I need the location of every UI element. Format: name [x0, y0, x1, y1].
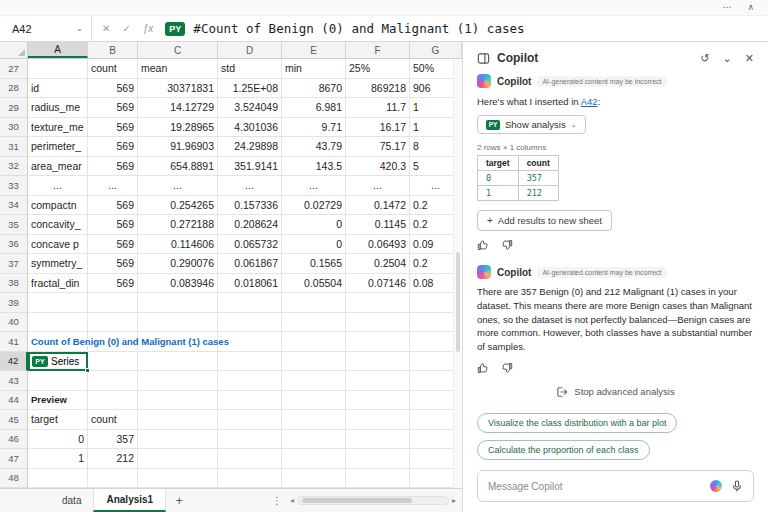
- row-header-28[interactable]: 28: [0, 79, 28, 99]
- horizontal-scrollbar[interactable]: ◂ ▸: [290, 489, 462, 512]
- cell[interactable]: 1.25E+08: [218, 79, 282, 99]
- cell[interactable]: ...: [282, 176, 346, 196]
- cell[interactable]: 569: [88, 137, 138, 157]
- stop-analysis-button[interactable]: Stop advanced analysis: [556, 386, 674, 398]
- row-header-41[interactable]: 41: [0, 332, 28, 352]
- name-box[interactable]: A42 ⌄: [0, 16, 92, 41]
- cell[interactable]: 654.8891: [138, 157, 218, 177]
- cell[interactable]: [138, 371, 218, 391]
- chevron-down-icon[interactable]: ⌄: [723, 53, 732, 64]
- cell[interactable]: min: [282, 59, 346, 79]
- cell[interactable]: 24.29898: [218, 137, 282, 157]
- column-header-g[interactable]: G: [410, 42, 462, 58]
- cell[interactable]: 569: [88, 235, 138, 255]
- cell[interactable]: mean: [138, 59, 218, 79]
- fill-handle[interactable]: [85, 368, 90, 373]
- row-header-37[interactable]: 37: [0, 254, 28, 274]
- cell[interactable]: [28, 371, 88, 391]
- cell[interactable]: [282, 313, 346, 333]
- horizontal-scrollbar-thumb[interactable]: [302, 498, 412, 503]
- row-header-45[interactable]: 45: [0, 410, 28, 430]
- thumbs-up-icon[interactable]: [477, 239, 489, 251]
- cell[interactable]: 1: [28, 449, 88, 469]
- prompt-guide-icon[interactable]: [710, 480, 722, 492]
- cell[interactable]: [138, 313, 218, 333]
- cell[interactable]: 869218: [346, 79, 410, 99]
- cell[interactable]: [218, 293, 282, 313]
- cell[interactable]: 0.02729: [282, 196, 346, 216]
- cell[interactable]: [218, 391, 282, 411]
- cell[interactable]: ...: [346, 176, 410, 196]
- cell[interactable]: [218, 332, 282, 352]
- row-header-46[interactable]: 46: [0, 430, 28, 450]
- sheet-options-icon[interactable]: ⋮: [264, 489, 290, 512]
- suggestion-chip[interactable]: Calculate the proportion of each class: [477, 440, 650, 460]
- cell[interactable]: [28, 293, 88, 313]
- history-icon[interactable]: ↺: [700, 53, 709, 64]
- cell[interactable]: 0.06493: [346, 235, 410, 255]
- cell[interactable]: std: [218, 59, 282, 79]
- cell[interactable]: 0.05504: [282, 274, 346, 294]
- cell[interactable]: 6.981: [282, 98, 346, 118]
- row-header-27[interactable]: 27: [0, 59, 28, 79]
- cell[interactable]: [88, 332, 138, 352]
- row-header-48[interactable]: 48: [0, 469, 28, 489]
- cell[interactable]: compactn: [28, 196, 88, 216]
- horizontal-scrollbar-track[interactable]: [297, 496, 449, 505]
- add-sheet-button[interactable]: +: [166, 489, 192, 512]
- cell[interactable]: [282, 371, 346, 391]
- cell[interactable]: concavity_: [28, 215, 88, 235]
- cell[interactable]: [282, 449, 346, 469]
- cell[interactable]: 0.208624: [218, 215, 282, 235]
- cell[interactable]: [218, 371, 282, 391]
- cell[interactable]: 569: [88, 274, 138, 294]
- name-box-chevron-icon[interactable]: ⌄: [76, 24, 83, 33]
- cell[interactable]: [28, 332, 88, 352]
- column-header-a[interactable]: A: [28, 42, 88, 58]
- cell[interactable]: 91.96903: [138, 137, 218, 157]
- row-header-35[interactable]: 35: [0, 215, 28, 235]
- row-header-39[interactable]: 39: [0, 293, 28, 313]
- vertical-scrollbar[interactable]: [453, 59, 462, 488]
- cell[interactable]: [282, 293, 346, 313]
- cell[interactable]: id: [28, 79, 88, 99]
- cell[interactable]: 569: [88, 215, 138, 235]
- cell[interactable]: symmetry_: [28, 254, 88, 274]
- row-header-32[interactable]: 32: [0, 157, 28, 177]
- sheet-tab-data[interactable]: data: [50, 489, 93, 512]
- column-header-f[interactable]: F: [346, 42, 410, 58]
- cell[interactable]: 4.301036: [218, 118, 282, 138]
- cell[interactable]: 8670: [282, 79, 346, 99]
- cell[interactable]: 0.254265: [138, 196, 218, 216]
- thumbs-down-icon[interactable]: [501, 239, 513, 251]
- cell[interactable]: [138, 449, 218, 469]
- cell[interactable]: [218, 410, 282, 430]
- cell[interactable]: [218, 469, 282, 489]
- cell[interactable]: ...: [138, 176, 218, 196]
- cell[interactable]: [218, 352, 282, 372]
- more-options-icon[interactable]: ⋯: [722, 3, 731, 12]
- row-header-36[interactable]: 36: [0, 235, 28, 255]
- cell[interactable]: count: [88, 410, 138, 430]
- cell[interactable]: 212: [88, 449, 138, 469]
- cell[interactable]: ...: [88, 176, 138, 196]
- row-header-31[interactable]: 31: [0, 137, 28, 157]
- cell[interactable]: [218, 430, 282, 450]
- cell[interactable]: 351.9141: [218, 157, 282, 177]
- cell[interactable]: 0.2504: [346, 254, 410, 274]
- cell[interactable]: [138, 293, 218, 313]
- scroll-right-icon[interactable]: ▸: [452, 496, 456, 505]
- cell[interactable]: 0: [282, 215, 346, 235]
- cell[interactable]: 0.1145: [346, 215, 410, 235]
- cell[interactable]: 25%: [346, 59, 410, 79]
- cell[interactable]: [282, 332, 346, 352]
- cell[interactable]: target: [28, 410, 88, 430]
- cell[interactable]: [88, 371, 138, 391]
- column-header-c[interactable]: C: [138, 42, 218, 58]
- cell[interactable]: [346, 313, 410, 333]
- cell[interactable]: concave p: [28, 235, 88, 255]
- cell[interactable]: 16.17: [346, 118, 410, 138]
- cell[interactable]: 11.7: [346, 98, 410, 118]
- cell[interactable]: 569: [88, 254, 138, 274]
- cell[interactable]: 0.272188: [138, 215, 218, 235]
